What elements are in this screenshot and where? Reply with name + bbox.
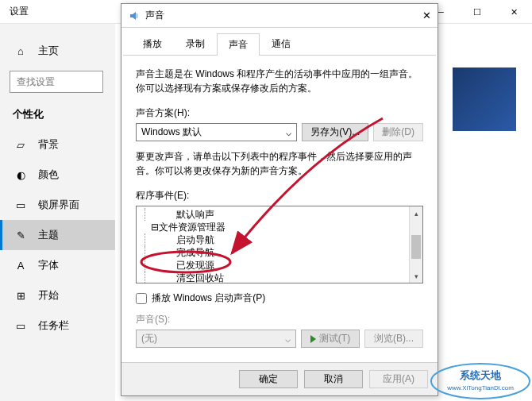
- tree-node: 已发现源: [140, 259, 419, 272]
- sidebar-item-label: 主题: [38, 228, 59, 242]
- startup-sound-checkbox[interactable]: [136, 293, 147, 304]
- tab-playback[interactable]: 播放: [131, 33, 174, 55]
- dialog-titlebar: 声音 ✕: [121, 4, 438, 28]
- apply-button: 应用(A): [369, 370, 428, 388]
- svg-text:系统天地: 系统天地: [459, 369, 502, 381]
- delete-button: 删除(D): [373, 123, 423, 141]
- theme-icon: ✎: [13, 229, 29, 241]
- search-input[interactable]: [10, 71, 103, 93]
- events-label: 程序事件(E):: [136, 189, 423, 202]
- tree-node: ⊟ 文件资源管理器: [140, 221, 419, 233]
- dialog-body: 声音主题是在 Windows 和程序产生的活动事件中应用的一组声音。你可以选择现…: [121, 56, 438, 354]
- font-icon: A: [13, 260, 29, 272]
- svg-text:www.XiTongTianDi.com: www.XiTongTianDi.com: [446, 384, 514, 391]
- sidebar-item-lockscreen[interactable]: ▭ 锁屏界面: [0, 190, 115, 220]
- scroll-down-icon[interactable]: ▾: [410, 269, 422, 283]
- scheme-label: 声音方案(H):: [136, 106, 423, 120]
- startup-sound-row: 播放 Windows 启动声音(P): [136, 291, 423, 305]
- sidebar-item-home[interactable]: ⌂ 主页: [0, 36, 115, 66]
- desktop-preview: [453, 67, 516, 131]
- sidebar-item-colors[interactable]: ◐ 颜色: [0, 160, 115, 190]
- chevron-down-icon: ⌵: [285, 334, 291, 345]
- tab-sounds[interactable]: 声音: [217, 33, 260, 56]
- sidebar-item-label: 锁屏界面: [38, 198, 79, 212]
- sidebar-item-label: 字体: [38, 258, 59, 272]
- tree-node: 完成导航: [140, 246, 419, 259]
- play-icon: [310, 335, 316, 343]
- sidebar-item-themes[interactable]: ✎ 主题: [0, 220, 115, 250]
- collapse-icon[interactable]: ⊟: [151, 221, 159, 233]
- sidebar-item-fonts[interactable]: A 字体: [0, 250, 115, 280]
- dialog-title: 声音: [145, 9, 407, 22]
- sidebar-item-background[interactable]: ▱ 背景: [0, 129, 115, 160]
- tab-communications[interactable]: 通信: [260, 33, 303, 55]
- dialog-close-button[interactable]: ✕: [407, 10, 431, 21]
- scheme-select[interactable]: Windows 默认 ⌵: [136, 123, 297, 141]
- sidebar-item-label: 开始: [38, 288, 59, 303]
- sidebar-item-label: 主页: [38, 44, 59, 58]
- ok-button[interactable]: 确定: [239, 370, 298, 388]
- window-controls: ─ ☐ ✕: [422, 0, 532, 24]
- sound-dialog: 声音 ✕ 播放 录制 声音 通信 声音主题是在 Windows 和程序产生的活动…: [121, 3, 438, 396]
- scheme-description: 声音主题是在 Windows 和程序产生的活动事件中应用的一组声音。你可以选择现…: [136, 67, 423, 95]
- tree-node: 默认响声: [140, 208, 419, 221]
- sidebar-item-label: 任务栏: [38, 318, 69, 333]
- program-events-tree[interactable]: 默认响声 ⊟ 文件资源管理器 启动导航 完成导航 已发现源 清空回收站 移到画面…: [136, 206, 423, 283]
- picture-icon: ▱: [13, 139, 29, 151]
- start-icon: ⊞: [13, 290, 29, 302]
- sidebar-item-label: 背景: [38, 137, 59, 152]
- sidebar-item-start[interactable]: ⊞ 开始: [0, 280, 115, 310]
- speaker-icon: [128, 10, 141, 22]
- save-as-button[interactable]: 另存为(V)...: [302, 123, 368, 141]
- sidebar-search: [10, 71, 106, 93]
- tree-node-empty-recycle-bin: 清空回收站: [140, 272, 419, 283]
- sidebar: ⌂ 主页 个性化 ▱ 背景 ◐ 颜色 ▭ 锁屏界面 ✎ 主题 A 字体 ⊞: [0, 24, 115, 401]
- scrollbar[interactable]: ▴ ▾: [409, 206, 422, 283]
- dialog-tabs: 播放 录制 声音 通信: [123, 28, 436, 56]
- palette-icon: ◐: [13, 169, 29, 181]
- scroll-up-icon[interactable]: ▴: [410, 206, 422, 220]
- tree-node: 启动导航: [140, 233, 419, 246]
- sidebar-item-label: 颜色: [38, 168, 59, 182]
- scheme-value: Windows 默认: [141, 125, 202, 139]
- settings-title: 设置: [10, 5, 29, 18]
- close-button[interactable]: ✕: [495, 0, 532, 24]
- dialog-footer: 确定 取消 应用(A): [121, 362, 438, 395]
- tab-recording[interactable]: 录制: [174, 33, 217, 55]
- events-description: 要更改声音，请单击以下列表中的程序事件，然后选择要应用的声音。你可以将更改保存为…: [136, 149, 423, 178]
- scroll-thumb[interactable]: [411, 235, 421, 259]
- sidebar-section-label: 个性化: [0, 107, 115, 121]
- maximize-button[interactable]: ☐: [459, 0, 495, 24]
- browse-button: 浏览(B)...: [364, 330, 423, 348]
- sound-select: (无) ⌵: [136, 330, 296, 348]
- watermark: 系统天地 www.XiTongTianDi.com: [429, 361, 532, 401]
- sound-value: (无): [141, 332, 157, 345]
- sidebar-item-taskbar[interactable]: ▭ 任务栏: [0, 310, 115, 341]
- lock-screen-icon: ▭: [13, 199, 29, 211]
- chevron-down-icon: ⌵: [286, 127, 291, 138]
- startup-sound-label: 播放 Windows 启动声音(P): [152, 291, 265, 305]
- cancel-button[interactable]: 取消: [304, 370, 363, 388]
- sound-label: 声音(S):: [136, 313, 423, 326]
- home-icon: ⌂: [13, 45, 29, 57]
- taskbar-icon: ▭: [13, 320, 29, 332]
- test-button: 测试(T): [301, 330, 360, 348]
